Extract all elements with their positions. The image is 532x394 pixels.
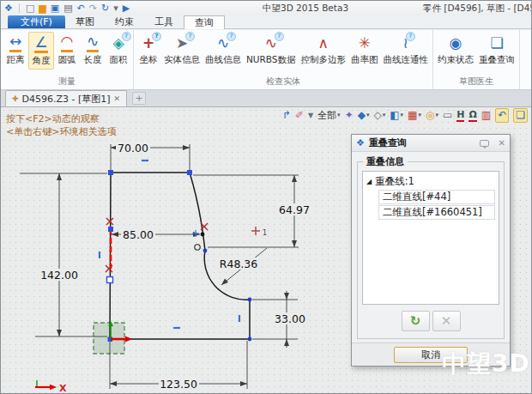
view-plane-icon[interactable]: ◧▾ (390, 108, 403, 123)
menu-tab-sketch[interactable]: 草图 (65, 15, 105, 28)
wand-selector-icon[interactable]: ✦ (345, 108, 354, 123)
dim-text-70[interactable]: 70.00 (118, 142, 148, 155)
reference-point-marker[interactable] (251, 227, 260, 235)
group-label-measure: 测量 (3, 75, 131, 89)
new-file-icon[interactable]: □ (26, 3, 34, 13)
delete-button[interactable]: ✕ (432, 311, 461, 331)
new-tab-button[interactable]: + (132, 92, 146, 105)
hint-line-2: <单击右键>环境相关选项 (6, 125, 116, 138)
open-file-icon[interactable]: ▆ (39, 3, 45, 13)
group-label-sketch-doctor: 草图医生 (435, 75, 517, 89)
comment-icon[interactable] (480, 140, 489, 147)
document-tab[interactable]: ✚ D4596.Z3 - [草图1] ✕ (5, 90, 127, 106)
overlap-info-groupbox: 重叠信息 ◢ 重叠线:1 二维直线[#44] 二维直线[#1660451] ↻ … (357, 161, 505, 339)
ribbon-button-nurbs-data[interactable]: ∿ NURBS数据 (244, 32, 299, 68)
overlap-query-icon: ❏ (490, 33, 503, 54)
color-bars-icon[interactable]: ▥ (481, 108, 491, 123)
undo-icon[interactable]: ↶ (77, 3, 85, 13)
undo-view-icon[interactable]: ↶ (495, 108, 509, 123)
coordinate-icon: + (142, 33, 154, 54)
tab-icon: ✚ (12, 94, 19, 103)
ribbon-button-angle[interactable]: ∠ 角度 (28, 32, 54, 70)
sketch-vertices[interactable] (107, 170, 252, 342)
dim-text-radius[interactable]: R48.36 (220, 258, 258, 270)
title-bar: ❖ □ ▆ ▣ ▤ ↶ ↷ ↻ ▾ ▶ 中望3D 2015 Beta3 零件 [… (1, 1, 531, 15)
h-constraint-icon[interactable]: H (456, 109, 464, 122)
tree-expander-icon[interactable]: ◢ (366, 178, 372, 185)
dialog-close-icon[interactable]: ✕ (499, 138, 505, 148)
small-circle-marker (195, 245, 200, 250)
sketch-profile[interactable] (110, 173, 250, 339)
ribbon-button-arc[interactable]: ◠ 圆弧 (54, 32, 80, 68)
document-title: 零件 [D4596], 草图 - [D4596.Z3 (423, 3, 532, 15)
save-icon[interactable]: ▣ (51, 3, 59, 13)
print-icon[interactable]: ▤ (63, 3, 72, 13)
group-label-inspect: 检查实体 (136, 75, 431, 89)
chevron-down-icon: ▾ (366, 108, 370, 123)
menu-tab-tools[interactable]: 工具 (144, 15, 184, 28)
dimension-left-142[interactable] (20, 173, 107, 336)
shaded-display-icon[interactable]: ◆▾ (358, 108, 370, 123)
refresh-button[interactable]: ↻ (402, 311, 430, 331)
ribbon-button-area[interactable]: ◈ 面积 (106, 32, 131, 68)
entity-info-icon: ➤ (176, 33, 188, 54)
ribbon-button-overlap-query[interactable]: ❏ 重叠查询 (476, 32, 517, 68)
ribbon-button-coordinate[interactable]: + 坐标 (136, 32, 161, 68)
chevron-down-icon: ▾ (383, 108, 386, 123)
curve-connectivity-icon: ≀ (403, 33, 408, 54)
arc-icon: ◠ (61, 33, 74, 52)
wireframe-display-icon[interactable]: ◇▾ (373, 108, 385, 123)
tab-close-icon[interactable]: ✕ (114, 94, 121, 103)
chevron-down-icon: ▾ (418, 108, 421, 123)
dim-text-33[interactable]: 33.00 (275, 312, 305, 325)
sketch-point (201, 233, 205, 237)
nurbs-data-icon: ∿ (265, 33, 277, 54)
ribbon-button-length[interactable]: ∿ 长度 (80, 32, 106, 68)
tree-root-row[interactable]: ◢ 重叠线:1 (365, 174, 497, 189)
dialog-title-bar[interactable]: ❖ 重叠查询 ✕ (352, 135, 510, 152)
view-triad (35, 380, 57, 390)
grid-snap-icon[interactable]: ▦▾ (408, 108, 421, 123)
dim-text-123[interactable]: 123.50 (160, 378, 197, 391)
overlap-tree-list[interactable]: ◢ 重叠线:1 二维直线[#44] 二维直线[#1660451] (362, 171, 499, 305)
omega-constraint-icon[interactable]: Ω (469, 109, 476, 122)
redo-icon[interactable]: ↷ (89, 3, 97, 13)
dim-text-85[interactable]: 85.00 (123, 228, 154, 241)
constraint-status-icon: ◉ (450, 33, 462, 54)
menu-tab-inquire[interactable]: 查询 (184, 15, 225, 29)
tree-item-line-1660451[interactable]: 二维直线[#1660451] (378, 205, 495, 220)
view-refresh-icon[interactable]: ↻ (101, 3, 109, 13)
menu-tab-constraint[interactable]: 约束 (105, 15, 144, 28)
tree-root-label: 重叠线:1 (375, 175, 414, 188)
dim-text-142[interactable]: 142.00 (40, 269, 78, 282)
cancel-button[interactable]: 取消 (394, 347, 468, 363)
ribbon-button-curvature-plot[interactable]: ✳ 曲率图 (348, 32, 381, 68)
dialog-title: 重叠查询 (369, 136, 475, 149)
ribbon-group-measure: ↔ 距离 ∠ 角度 ◠ 圆弧 ∿ 长度 ◈ 面积 (1, 30, 134, 89)
ribbon-button-entity-info[interactable]: ➤ 实体信息 (161, 32, 203, 68)
play-icon[interactable]: ▶ (123, 3, 130, 13)
quick-access-toolbar: ❖ □ ▆ ▣ ▤ ↶ ↷ ↻ ▾ ▶ (1, 3, 130, 13)
ribbon-button-constraint-status[interactable]: ◉ 约束状态 (435, 32, 476, 68)
overlap-tool-icon[interactable]: ❏ (513, 108, 528, 123)
reference-point-label: 1 (263, 229, 267, 237)
filter-scope-dropdown[interactable]: 全部 ▾ (317, 108, 341, 123)
pick-box-icon[interactable]: ▭ (443, 108, 452, 123)
exit-sketch-icon[interactable]: ↱ (282, 108, 291, 123)
toolbar-options-icon[interactable]: ▾ (113, 3, 118, 13)
control-polygon-icon: ∧ (318, 33, 329, 54)
display-toolbar: ↱ ✐ ▼ 全部 ▾ ✦ ◆▾ ◇▾ ◧▾ ▦▾ ◎▾ ▭ H Ω ▥ ↶ ❏ (282, 107, 528, 124)
drawing-canvas[interactable]: 按下<F2>动态的观察 <单击右键>环境相关选项 ↱ ✐ ▼ 全部 ▾ ✦ ◆▾… (1, 107, 532, 394)
ribbon-button-control-polygon[interactable]: ∧ 控制多边形 (299, 32, 349, 68)
file-menu-button[interactable]: 文件(F) (8, 15, 65, 28)
ribbon-button-distance[interactable]: ↔ 距离 (3, 32, 28, 68)
ribbon-button-curve-info[interactable]: ∿ 曲线信息 (203, 32, 244, 68)
ribbon-button-curve-connectivity[interactable]: ≀ 曲线连通性 (381, 32, 432, 68)
dim-text-64[interactable]: 64.97 (279, 203, 310, 216)
filter-icon[interactable]: ▼ (308, 108, 313, 123)
eraser-icon[interactable]: ✐ (295, 108, 304, 123)
document-tab-bar: ✚ D4596.Z3 - [草图1] ✕ + (1, 90, 531, 107)
app-logo-icon[interactable]: ❖ (4, 3, 13, 13)
tree-item-line-44[interactable]: 二维直线[#44] (378, 190, 495, 204)
reference-circle-icon[interactable]: ◎▾ (426, 108, 438, 123)
